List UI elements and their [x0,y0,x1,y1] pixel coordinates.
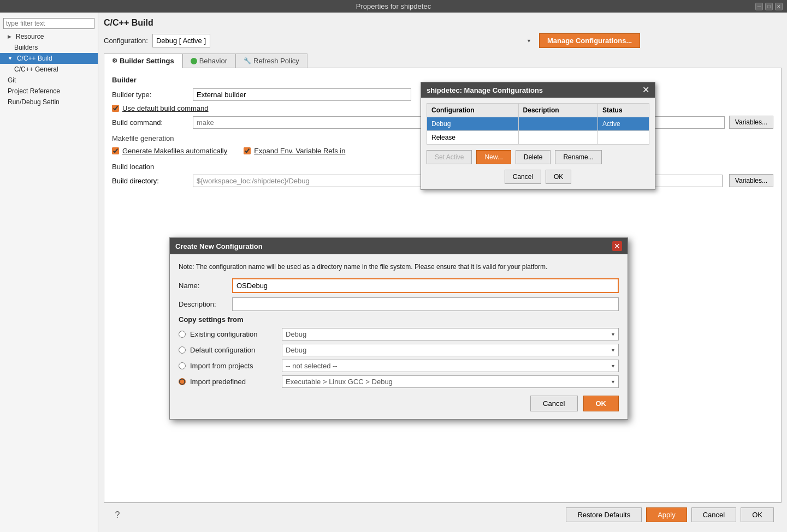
configuration-select[interactable]: Debug [ Active ] [152,34,210,47]
tab-content-builder: Builder Builder type: Use default build … [104,68,782,503]
build-dir-input[interactable] [193,175,723,187]
sidebar-item-label: Run/Debug Settin [8,98,60,106]
manage-configurations-button[interactable]: Manage Configurations... [539,33,640,48]
tab-behavior[interactable]: Behavior [182,53,235,68]
expand-env-label: Expand Env. Variable Refs in [254,147,345,155]
sidebar-item-label: C/C++ General [14,65,58,73]
sidebar-search-wrap [3,18,94,29]
tab-builder-settings[interactable]: ⚙ Builder Settings [104,53,182,68]
apply-button[interactable]: Apply [646,507,687,522]
sidebar-item-label: Git [8,76,16,84]
build-cmd-row: Build command: Variables... [112,116,773,129]
bottom-bar: ? Restore Defaults Apply Cancel OK [104,503,782,527]
sidebar-search-input[interactable] [3,18,94,29]
tab-label: Builder Settings [120,57,174,65]
build-dir-variables-button[interactable]: Variables... [729,174,773,187]
gen-makefiles-checkbox[interactable] [112,147,119,154]
sidebar-item-git[interactable]: Git [0,75,98,86]
gen-makefiles-row: Generate Makefiles automatically [112,147,227,155]
configuration-row: Configuration: Debug [ Active ] Manage C… [104,33,782,48]
builder-type-label: Builder type: [112,91,188,99]
sidebar-item-cppgeneral[interactable]: C/C++ General [0,64,98,75]
sidebar-item-cppbuild[interactable]: C/C++ Build [0,53,98,64]
help-button[interactable]: ? [111,509,123,521]
window-title: Properties for shipdetec [356,2,431,10]
build-dir-label: Build directory: [112,177,188,185]
build-cmd-variables-button[interactable]: Variables... [729,116,773,129]
build-location-label: Build location [112,163,773,171]
builder-type-row: Builder type: [112,88,773,101]
expand-env-checkbox[interactable] [244,147,251,154]
sidebar-item-projectreference[interactable]: Project Reference [0,86,98,97]
sidebar-item-rundebug[interactable]: Run/Debug Settin [0,97,98,107]
restore-defaults-button[interactable]: Restore Defaults [566,507,642,522]
builder-type-input[interactable] [193,88,411,101]
minimize-button[interactable]: ─ [755,3,763,10]
close-button[interactable]: ✕ [775,3,783,10]
builder-settings-icon: ⚙ [112,57,117,64]
sidebar-item-label: Builders [14,44,38,51]
sidebar-item-builders[interactable]: Builders [0,42,98,53]
tab-refresh-policy[interactable]: 🔧 Refresh Policy [235,53,307,68]
gen-makefiles-label: Generate Makefiles automatically [122,147,227,155]
sidebar-item-label: C/C++ Build [17,55,52,62]
title-bar: Properties for shipdetec ─ □ ✕ [0,0,787,13]
sidebar-item-resource[interactable]: Resource [0,31,98,42]
wrench-icon: 🔧 [244,57,251,64]
use-default-label: Use default build command [122,104,209,112]
main-panel: C/C++ Build Configuration: Debug [ Activ… [98,13,787,532]
use-default-checkbox[interactable] [112,105,119,112]
expand-env-row: Expand Env. Variable Refs in [244,147,345,155]
sidebar-item-label: Resource [16,33,44,40]
page-title: C/C++ Build [104,18,782,28]
maximize-button[interactable]: □ [765,3,773,10]
green-dot-icon [191,58,197,64]
build-tabs: ⚙ Builder Settings Behavior 🔧 Refresh Po… [104,53,782,68]
sidebar-item-label: Project Reference [8,87,60,95]
builder-section-header: Builder [112,76,773,84]
configuration-select-wrap: Debug [ Active ] [152,34,535,47]
use-default-row: Use default build command [112,104,773,112]
build-dir-row: Build directory: Variables... [112,174,773,187]
title-bar-controls: ─ □ ✕ [755,3,783,10]
makefile-section-header: Makefile generation [112,134,773,142]
build-cmd-input[interactable] [193,116,725,129]
content-area: Resource Builders C/C++ Build C/C++ Gene… [0,13,787,532]
sidebar: Resource Builders C/C++ Build C/C++ Gene… [0,13,98,532]
tab-label: Behavior [199,57,227,65]
build-cmd-label: Build command: [112,118,188,127]
makefile-row: Generate Makefiles automatically Expand … [112,147,773,158]
ok-button[interactable]: OK [741,507,774,522]
cancel-button[interactable]: Cancel [691,507,736,522]
main-window: Properties for shipdetec ─ □ ✕ Resource … [0,0,787,532]
configuration-label: Configuration: [104,37,148,45]
tab-label: Refresh Policy [253,57,299,65]
